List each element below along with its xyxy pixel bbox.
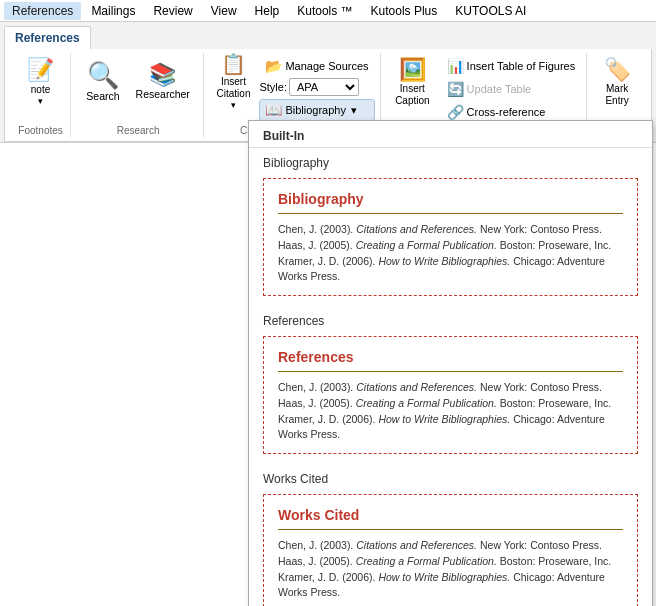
insert-caption-button[interactable]: 🖼️ InsertCaption bbox=[388, 53, 436, 113]
researcher-icon: 📚 bbox=[149, 64, 176, 86]
insert-citation-button[interactable]: 📋 InsertCitation ▾ bbox=[212, 53, 256, 113]
bib-entry-2-2: Haas, J. (2005). Creating a Formal Publi… bbox=[278, 396, 623, 412]
bib-divider-1 bbox=[278, 213, 623, 214]
bibliography-card-1[interactable]: Bibliography Chen, J. (2003). Citations … bbox=[263, 178, 638, 296]
group-research: 🔍 Search 📚 Researcher Research bbox=[73, 53, 204, 137]
menu-view[interactable]: View bbox=[203, 2, 245, 20]
bib-card-2-title: References bbox=[278, 349, 623, 365]
bibliography-dropdown-arrow: ▾ bbox=[351, 104, 357, 117]
search-label: Search bbox=[86, 90, 119, 104]
bib-entry-1-3: Kramer, J. D. (2006). How to Write Bibli… bbox=[278, 254, 623, 286]
style-label: Style: bbox=[259, 81, 287, 93]
insert-citation-arrow: ▾ bbox=[231, 100, 236, 112]
research-group-label: Research bbox=[117, 123, 160, 137]
menu-mailings[interactable]: Mailings bbox=[83, 2, 143, 20]
mark-entry-icon: 🏷️ bbox=[604, 59, 631, 81]
section-references-label: References bbox=[249, 306, 652, 332]
bib-entry-3-2: Haas, J. (2005). Creating a Formal Publi… bbox=[278, 554, 623, 570]
bib-entry-3-3: Kramer, J. D. (2006). How to Write Bibli… bbox=[278, 570, 623, 602]
bib-card-1-title: Bibliography bbox=[278, 191, 623, 207]
bibliography-button[interactable]: 📖 Bibliography ▾ bbox=[259, 99, 374, 121]
insert-table-icon: 📊 bbox=[447, 58, 464, 74]
bib-card-3-title: Works Cited bbox=[278, 507, 623, 523]
insert-table-figures-label: Insert Table of Figures bbox=[467, 60, 576, 72]
captions-right-stack: 📊 Insert Table of Figures 🔄 Update Table… bbox=[441, 53, 582, 123]
group-footnotes: 📝 note ▾ Footnotes bbox=[11, 53, 71, 137]
menu-kutools-ai[interactable]: KUTOOLS AI bbox=[447, 2, 534, 20]
ribbon-tab-row: References bbox=[4, 26, 652, 49]
cross-reference-label: Cross-reference bbox=[467, 106, 546, 118]
update-table-button: 🔄 Update Table bbox=[441, 78, 582, 100]
bibliography-card-2[interactable]: References Chen, J. (2003). Citations an… bbox=[263, 336, 638, 454]
footnote-arrow: ▾ bbox=[38, 96, 43, 108]
insert-caption-icon: 🖼️ bbox=[399, 59, 426, 81]
bib-entry-1-1: Chen, J. (2003). Citations and Reference… bbox=[278, 222, 623, 238]
captions-buttons: 🖼️ InsertCaption 📊 Insert Table of Figur… bbox=[388, 53, 581, 123]
bib-divider-2 bbox=[278, 371, 623, 372]
update-table-label: Update Table bbox=[467, 83, 532, 95]
footnotes-buttons: 📝 note ▾ bbox=[20, 53, 61, 123]
mark-entry-label: MarkEntry bbox=[605, 83, 628, 107]
insert-caption-label: InsertCaption bbox=[395, 83, 429, 107]
menu-help[interactable]: Help bbox=[247, 2, 288, 20]
menu-review[interactable]: Review bbox=[145, 2, 200, 20]
bib-divider-3 bbox=[278, 529, 623, 530]
update-table-icon: 🔄 bbox=[447, 81, 464, 97]
tab-references[interactable]: References bbox=[4, 26, 91, 49]
cross-reference-icon: 🔗 bbox=[447, 104, 464, 120]
citations-right-stack: 📂 Manage Sources Style: APA MLA Chicago … bbox=[259, 53, 374, 121]
footnote-label: note bbox=[31, 83, 50, 96]
research-buttons: 🔍 Search 📚 Researcher bbox=[79, 53, 197, 123]
bibliography-card-3[interactable]: Works Cited Chen, J. (2003). Citations a… bbox=[263, 494, 638, 606]
bib-entry-3-1: Chen, J. (2003). Citations and Reference… bbox=[278, 538, 623, 554]
manage-sources-button[interactable]: 📂 Manage Sources bbox=[259, 55, 374, 77]
bib-entry-2-3: Kramer, J. D. (2006). How to Write Bibli… bbox=[278, 412, 623, 444]
dropdown-header: Built-In bbox=[249, 121, 652, 148]
bib-entry-1-2: Haas, J. (2005). Creating a Formal Publi… bbox=[278, 238, 623, 254]
menu-bar: References Mailings Review View Help Kut… bbox=[0, 0, 656, 22]
menu-kutools-plus[interactable]: Kutools Plus bbox=[363, 2, 446, 20]
search-icon: 🔍 bbox=[87, 62, 119, 88]
mark-entry-button[interactable]: 🏷️ MarkEntry bbox=[597, 53, 638, 113]
insert-table-figures-button[interactable]: 📊 Insert Table of Figures bbox=[441, 55, 582, 77]
footnotes-group-label: Footnotes bbox=[18, 123, 62, 137]
bib-entry-2-1: Chen, J. (2003). Citations and Reference… bbox=[278, 380, 623, 396]
bibliography-label: Bibliography bbox=[285, 104, 346, 116]
section-works-cited-label: Works Cited bbox=[249, 464, 652, 490]
style-select[interactable]: APA MLA Chicago bbox=[289, 78, 359, 96]
citations-buttons: 📋 InsertCitation ▾ 📂 Manage Sources Styl… bbox=[212, 53, 375, 123]
bibliography-dropdown: Built-In Bibliography Bibliography Chen,… bbox=[248, 120, 653, 606]
section-bibliography-label: Bibliography bbox=[249, 148, 652, 174]
researcher-label: Researcher bbox=[136, 88, 190, 102]
menu-kutools[interactable]: Kutools ™ bbox=[289, 2, 360, 20]
insert-citation-icon: 📋 bbox=[221, 54, 246, 74]
index-buttons: 🏷️ MarkEntry bbox=[597, 53, 638, 123]
search-button[interactable]: 🔍 Search bbox=[79, 53, 126, 113]
manage-sources-label: Manage Sources bbox=[285, 60, 368, 72]
menu-references[interactable]: References bbox=[4, 2, 81, 20]
manage-sources-icon: 📂 bbox=[265, 58, 282, 74]
researcher-button[interactable]: 📚 Researcher bbox=[129, 53, 197, 113]
footnote-icon: 📝 bbox=[27, 59, 54, 81]
insert-citation-label: InsertCitation bbox=[217, 76, 251, 100]
bibliography-icon: 📖 bbox=[265, 102, 282, 118]
footnote-btn[interactable]: 📝 note ▾ bbox=[20, 53, 61, 113]
style-row: Style: APA MLA Chicago bbox=[259, 78, 374, 96]
